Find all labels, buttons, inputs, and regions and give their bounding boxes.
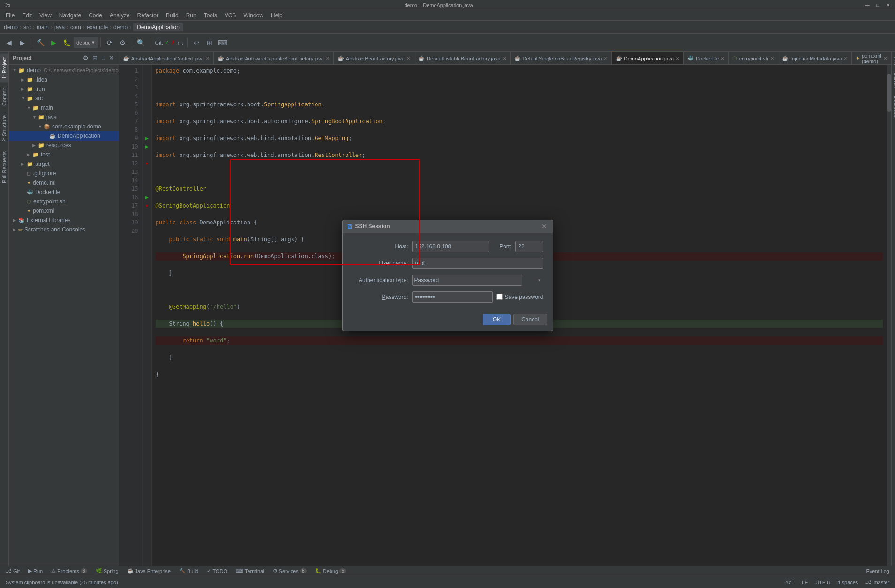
auth-type-label: Authentication type: — [352, 277, 408, 283]
dialog-title-bar: 🖥 SSH Session ✕ — [343, 220, 553, 233]
ssh-dialog-icon: 🖥 — [346, 223, 353, 230]
port-label: Port: — [493, 243, 511, 250]
password-input[interactable] — [412, 291, 493, 303]
username-input[interactable] — [412, 258, 543, 269]
auth-type-select[interactable]: Password Key pair OpenSSH config and aut… — [412, 275, 522, 286]
auth-type-arrow: ▾ — [538, 278, 541, 283]
dialog-body: Host: Port: User name: Authentication ty… — [343, 233, 553, 310]
save-password-label[interactable]: Save password — [496, 294, 543, 300]
dialog-close-button[interactable]: ✕ — [540, 222, 549, 231]
dialog-title-text: SSH Session — [355, 223, 537, 230]
auth-type-row: Authentication type: Password Key pair O… — [352, 275, 543, 286]
auth-type-select-wrap: Password Key pair OpenSSH config and aut… — [412, 275, 543, 286]
password-row: Password: Save password — [352, 291, 543, 303]
dialog-overlay: 🖥 SSH Session ✕ Host: Port: User name: — [0, 0, 895, 588]
dialog-cancel-button[interactable]: Cancel — [513, 314, 547, 325]
host-input[interactable] — [412, 241, 489, 252]
host-port-row: Host: Port: — [352, 241, 543, 252]
dialog-footer: OK Cancel — [343, 310, 553, 331]
ssh-dialog: 🖥 SSH Session ✕ Host: Port: User name: — [342, 220, 553, 331]
save-password-text: Save password — [504, 294, 543, 300]
username-row: User name: — [352, 258, 543, 269]
dialog-ok-button[interactable]: OK — [483, 314, 511, 325]
port-input[interactable] — [515, 241, 543, 252]
username-label: User name: — [352, 260, 408, 267]
host-label: Host: — [352, 243, 408, 250]
save-password-checkbox[interactable] — [496, 294, 503, 300]
password-label: Password: — [352, 294, 408, 300]
